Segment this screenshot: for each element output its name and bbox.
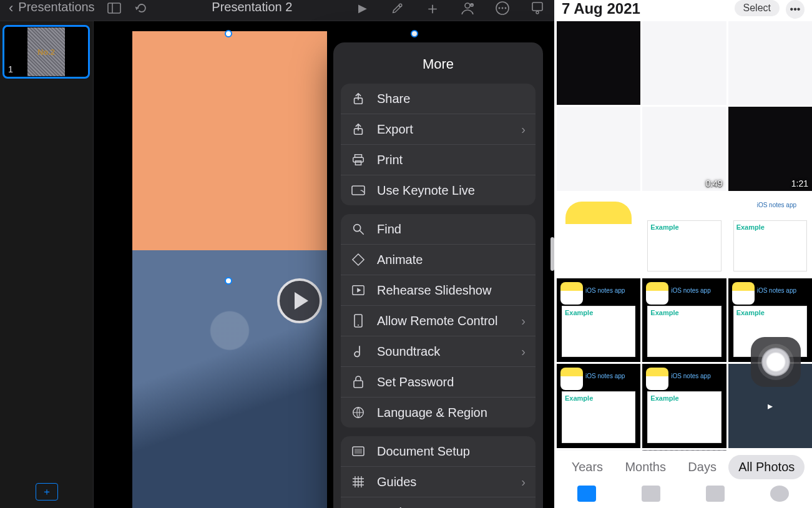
svg-rect-16 [355,161,361,165]
tab-foryou-icon[interactable] [642,486,660,502]
tab-library-icon[interactable] [577,486,596,502]
photos-app: 7 Aug 2021 Select ••• 0:491:21ExampleiOS… [554,0,812,508]
chevron-right-icon: › [521,475,526,489]
menu-item-export[interactable]: Export› [341,114,536,144]
insert-plus-icon[interactable]: ＋ [424,0,441,16]
svg-text:+: + [471,3,473,7]
svg-rect-17 [352,186,364,195]
wrench-icon [351,505,366,508]
menu-item-label: Find [377,222,401,237]
keynote-app: ‹ Presentations Presentation 2 ▶ ＋ + [0,0,554,508]
menu-item-guides[interactable]: Guides› [341,466,536,497]
thumb-caption: iOS notes app [757,287,796,294]
sidebar-toggle-icon[interactable] [106,0,122,16]
menu-item-print[interactable]: Print [341,144,536,175]
menu-item-remote[interactable]: Allow Remote Control› [341,305,536,336]
slide-canvas[interactable]: 👆 More ShareExport›PrintUse Keynote Live… [94,21,554,508]
thumb-caption: iOS notes app [585,373,625,379]
selected-video-object[interactable] [132,31,327,508]
svg-rect-24 [354,381,363,388]
svg-point-2 [399,4,401,6]
slide-thumbnail-1[interactable]: No.2 1 [2,25,90,79]
more-ellipsis-icon[interactable] [494,0,511,16]
video-play-button[interactable] [277,278,322,323]
menu-item-label: Allow Remote Control [377,314,497,328]
notes-app-icon [732,282,755,305]
menu-item-label: Settings [377,506,422,509]
menu-item-label: Rehearse Slideshow [377,283,491,298]
photo-thumbnail[interactable] [557,450,640,451]
menu-item-lang[interactable]: Language & Region [341,397,536,427]
segment-days[interactable]: Days [678,455,726,479]
presenter-display-icon[interactable] [529,0,545,16]
segment-all-photos[interactable]: All Photos [728,455,805,479]
menu-item-animate[interactable]: Animate [341,244,536,275]
document-title[interactable]: Presentation 2 [212,0,292,14]
segment-months[interactable]: Months [615,455,676,479]
thumb-caption: iOS notes app [757,202,796,208]
photo-thumbnail[interactable]: iOS notes appExample [642,278,726,362]
menu-item-live[interactable]: Use Keynote Live [341,175,536,205]
svg-point-8 [502,7,504,9]
photo-thumbnail[interactable]: iOS notes appExample [557,364,640,447]
photos-header: 7 Aug 2021 Select ••• [554,0,812,21]
photo-thumbnail[interactable]: iOS notes appExample [642,364,726,447]
svg-point-9 [505,7,507,9]
photo-thumbnail[interactable] [557,107,640,190]
menu-item-label: Language & Region [377,406,487,420]
tab-search-icon[interactable] [770,486,789,502]
segment-years[interactable]: Years [562,455,613,479]
popover-title: More [338,47,538,84]
menu-item-label: Use Keynote Live [377,183,475,198]
photo-thumbnail[interactable]: 0:49 [642,107,726,190]
notes-app-icon [646,282,668,305]
assistive-touch-button[interactable] [751,337,801,387]
photos-segmented-control: YearsMonthsDaysAll Photos [554,451,812,483]
photo-thumbnail[interactable] [557,193,640,276]
menu-item-find[interactable]: Find [341,214,536,244]
select-button[interactable]: Select [735,0,780,16]
slide-navigator: No.2 1 ＋ [0,21,94,508]
chevron-right-icon: › [521,506,526,509]
menu-item-sound[interactable]: Soundtrack› [341,336,536,366]
back-presentations-button[interactable]: ‹ Presentations [9,0,95,16]
photo-thumbnail[interactable]: No.20:15 [642,450,726,451]
back-label: Presentations [18,0,94,14]
menu-item-share[interactable]: Share [341,84,536,114]
svg-point-18 [354,225,361,232]
photo-thumbnail[interactable] [557,21,640,105]
slideover-grabber[interactable] [550,237,554,271]
photo-thumbnail[interactable]: iOS notes appExample [557,278,640,362]
photo-thumbnail[interactable]: iOS notes appExample [728,193,812,276]
menu-item-label: Share [377,92,410,106]
notes-app-icon [560,282,583,305]
menu-item-label: Print [377,153,403,167]
add-slide-button[interactable]: ＋ [36,483,58,501]
menu-item-docsetup[interactable]: Document Setup [341,436,536,466]
menu-item-settings[interactable]: Settings› [341,497,536,508]
duration-badge: 0:49 [705,178,722,188]
chevron-right-icon: › [521,344,526,359]
photos-more-icon[interactable]: ••• [786,0,805,19]
thumb-caption: iOS notes app [671,287,710,294]
menu-item-rehearse[interactable]: Rehearse Slideshow [341,275,536,305]
more-menu-popover: More ShareExport›PrintUse Keynote LiveFi… [333,42,543,508]
undo-icon[interactable] [134,0,150,16]
svg-point-3 [465,3,470,8]
selection-handle[interactable] [411,30,418,37]
svg-rect-27 [355,449,362,454]
format-brush-icon[interactable] [389,0,406,16]
selection-handle[interactable] [225,277,232,285]
photo-thumbnail[interactable]: Example [642,193,726,276]
photos-date-title: 7 Aug 2021 [562,0,728,17]
menu-item-label: Animate [377,253,423,267]
photo-thumbnail[interactable] [728,21,812,105]
photo-thumbnail[interactable]: 1:21 [728,107,812,190]
selection-handle[interactable] [225,30,232,37]
play-icon[interactable]: ▶ [355,0,371,16]
menu-item-password[interactable]: Set Password [341,366,536,397]
photo-thumbnail[interactable] [642,21,726,105]
tab-albums-icon[interactable] [706,486,725,502]
share-up-icon [351,91,366,106]
collaborate-icon[interactable]: + [459,0,476,16]
